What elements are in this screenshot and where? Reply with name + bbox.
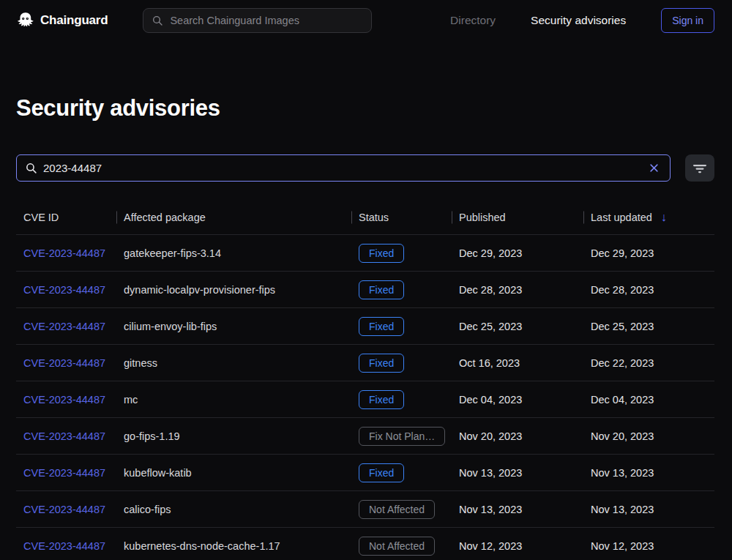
- status-badge: Fixed: [359, 280, 404, 299]
- search-icon: [152, 15, 163, 26]
- published-date: Oct 16, 2023: [452, 357, 583, 369]
- octopus-logo-icon: [16, 11, 34, 29]
- table-header: CVE ID Affected package Status Published…: [16, 201, 714, 234]
- table-row: CVE-2023-44487cilium-envoy-lib-fipsFixed…: [16, 307, 714, 344]
- published-date: Nov 13, 2023: [452, 504, 583, 515]
- main-content: Security advisories: [0, 95, 732, 560]
- package-name: kubeflow-katib: [116, 467, 351, 479]
- table-row: CVE-2023-44487gatekeeper-fips-3.14FixedD…: [16, 234, 714, 271]
- table-row: CVE-2023-44487calico-fipsNot AffectedNov…: [16, 490, 714, 527]
- close-icon: [649, 163, 660, 173]
- global-search-input[interactable]: [170, 15, 363, 26]
- cve-link[interactable]: CVE-2023-44487: [23, 357, 105, 369]
- chainguard-logo[interactable]: Chainguard: [16, 11, 108, 29]
- status-badge: Fixed: [359, 463, 404, 482]
- status-badge: Not Affected: [359, 500, 435, 519]
- published-date: Dec 28, 2023: [452, 284, 583, 296]
- updated-date: Dec 25, 2023: [583, 321, 714, 332]
- advisory-search: [16, 154, 671, 182]
- status-badge: Not Affected: [359, 537, 435, 556]
- advisory-controls: [16, 154, 714, 182]
- updated-date: Nov 12, 2023: [583, 540, 714, 552]
- advisories-table: CVE ID Affected package Status Published…: [16, 201, 714, 560]
- cve-link[interactable]: CVE-2023-44487: [23, 504, 105, 515]
- search-icon: [25, 162, 37, 174]
- status-badge: Fixed: [359, 244, 404, 263]
- cve-link[interactable]: CVE-2023-44487: [23, 321, 105, 332]
- table-row: CVE-2023-44487kubeflow-katibFixedNov 13,…: [16, 454, 714, 490]
- filter-icon: [692, 163, 707, 174]
- package-name: cilium-envoy-lib-fips: [116, 321, 351, 332]
- table-row: CVE-2023-44487mcFixedDec 04, 2023Dec 04,…: [16, 381, 714, 417]
- updated-date: Nov 20, 2023: [583, 430, 714, 442]
- page-title: Security advisories: [16, 95, 714, 122]
- package-name: gitness: [116, 357, 351, 369]
- status-badge: Fixed: [359, 390, 404, 409]
- published-date: Nov 13, 2023: [452, 467, 583, 479]
- package-name: go-fips-1.19: [116, 430, 351, 442]
- filter-button[interactable]: [685, 154, 714, 182]
- updated-date: Nov 13, 2023: [583, 504, 714, 515]
- clear-search-button[interactable]: [647, 161, 661, 175]
- table-row: CVE-2023-44487dynamic-localpv-provisione…: [16, 271, 714, 307]
- status-badge: Fixed: [359, 354, 404, 373]
- published-date: Dec 04, 2023: [452, 394, 583, 406]
- table-row: CVE-2023-44487go-fips-1.19Fix Not Plan…N…: [16, 417, 714, 454]
- column-header-affected-package[interactable]: Affected package: [116, 212, 351, 223]
- navbar: Chainguard Directory Security advisories…: [0, 0, 732, 40]
- published-date: Nov 12, 2023: [452, 540, 583, 552]
- brand-name: Chainguard: [40, 13, 108, 28]
- package-name: calico-fips: [116, 504, 351, 515]
- column-header-label: Last updated: [591, 212, 652, 223]
- table-row: CVE-2023-44487kubernetes-dns-node-cache-…: [16, 527, 714, 560]
- column-header-status[interactable]: Status: [351, 212, 452, 223]
- published-date: Nov 20, 2023: [452, 430, 583, 442]
- cve-link[interactable]: CVE-2023-44487: [23, 430, 105, 442]
- column-header-last-updated[interactable]: Last updated ↓: [583, 212, 714, 223]
- table-row: CVE-2023-44487gitnessFixedOct 16, 2023De…: [16, 344, 714, 381]
- updated-date: Dec 29, 2023: [583, 247, 714, 259]
- package-name: mc: [116, 394, 351, 406]
- global-search: [143, 8, 372, 33]
- updated-date: Dec 28, 2023: [583, 284, 714, 296]
- updated-date: Nov 13, 2023: [583, 467, 714, 479]
- cve-link[interactable]: CVE-2023-44487: [23, 467, 105, 479]
- package-name: dynamic-localpv-provisioner-fips: [116, 284, 351, 296]
- package-name: gatekeeper-fips-3.14: [116, 247, 351, 259]
- advisory-search-input[interactable]: [43, 162, 641, 174]
- nav-link-security-advisories[interactable]: Security advisories: [531, 14, 626, 27]
- table-body: CVE-2023-44487gatekeeper-fips-3.14FixedD…: [16, 234, 714, 560]
- status-badge: Fixed: [359, 317, 404, 336]
- sign-in-button[interactable]: Sign in: [661, 8, 714, 33]
- status-badge: Fix Not Plan…: [359, 427, 445, 446]
- updated-date: Dec 04, 2023: [583, 394, 714, 406]
- cve-link[interactable]: CVE-2023-44487: [23, 247, 105, 259]
- cve-link[interactable]: CVE-2023-44487: [23, 284, 105, 296]
- column-header-published[interactable]: Published: [452, 212, 583, 223]
- cve-link[interactable]: CVE-2023-44487: [23, 394, 105, 406]
- published-date: Dec 29, 2023: [452, 247, 583, 259]
- package-name: kubernetes-dns-node-cache-1.17: [116, 540, 351, 552]
- nav-link-directory[interactable]: Directory: [450, 14, 496, 27]
- cve-link[interactable]: CVE-2023-44487: [23, 540, 105, 552]
- updated-date: Dec 22, 2023: [583, 357, 714, 369]
- nav-links: Directory Security advisories Sign in: [450, 8, 714, 33]
- published-date: Dec 25, 2023: [452, 321, 583, 332]
- sort-descending-icon[interactable]: ↓: [661, 212, 667, 223]
- column-header-cve-id[interactable]: CVE ID: [16, 212, 116, 223]
